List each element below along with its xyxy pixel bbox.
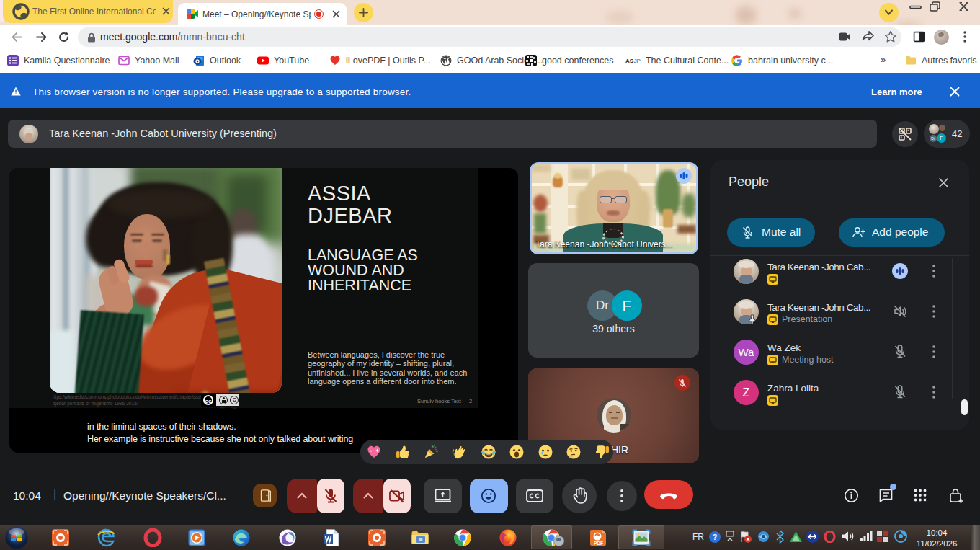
svg-text:PDF: PDF	[594, 541, 603, 546]
